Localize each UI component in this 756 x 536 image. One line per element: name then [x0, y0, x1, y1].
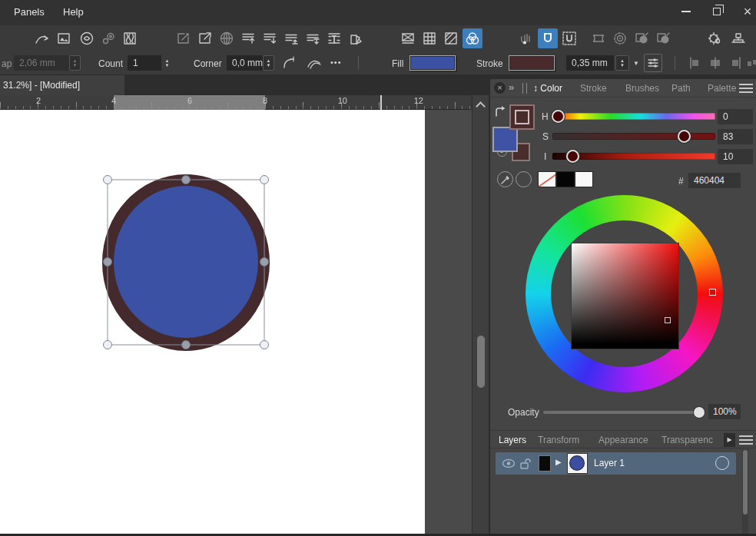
gears-icon[interactable]	[98, 28, 118, 48]
curve-pressure-icon[interactable]	[304, 53, 324, 73]
saturation-slider[interactable]	[552, 133, 715, 140]
scroll-up-icon[interactable]	[476, 101, 486, 111]
more-options-button[interactable]: •••	[330, 58, 342, 67]
layer-visibility-icon[interactable]	[502, 458, 516, 468]
fill-color-selector[interactable]	[492, 127, 518, 152]
tab-transparency[interactable]: Transparenc	[662, 431, 713, 449]
tab-palette[interactable]: Palette	[708, 79, 736, 98]
snap-hand-icon[interactable]	[516, 28, 536, 48]
handle-bottom-left[interactable]	[104, 341, 112, 349]
count-stepper[interactable]: ▲▼	[161, 55, 173, 71]
stroke-color-selector[interactable]	[509, 104, 535, 130]
tab-brushes[interactable]: Brushes	[625, 79, 659, 98]
gap-stepper[interactable]: ▲▼	[69, 55, 81, 71]
layer-select-circle[interactable]	[715, 456, 729, 470]
hatch-preview-icon[interactable]	[441, 28, 461, 48]
stroke-width-stepper[interactable]: ▲▼	[615, 55, 629, 71]
stroke-width-dropdown-icon[interactable]: ▼	[633, 60, 639, 67]
hue-slider-handle[interactable]	[552, 110, 565, 123]
scrollbar-thumb[interactable]	[477, 336, 485, 388]
handle-mid-left[interactable]	[104, 258, 112, 266]
hex-input[interactable]: 460404	[688, 173, 741, 188]
magnet-icon[interactable]	[538, 28, 558, 48]
flow-push-up-icon[interactable]	[281, 28, 301, 48]
tab-transform[interactable]: Transform	[538, 431, 579, 449]
tab-layers[interactable]: Layers	[499, 431, 526, 449]
opacity-value[interactable]: 100%	[708, 404, 741, 419]
flow-push-down-icon[interactable]	[303, 28, 323, 48]
stroke-width-input[interactable]: 0,35 mm	[566, 55, 614, 71]
tab-scroll-right-icon[interactable]: ▶	[724, 433, 735, 447]
color-blend-icon[interactable]	[463, 28, 482, 48]
shape-blend-b-icon[interactable]	[653, 28, 673, 48]
saturation-brightness-square[interactable]	[572, 243, 678, 349]
handle-bottom-mid[interactable]	[182, 341, 191, 349]
crop-image-icon[interactable]	[54, 28, 74, 48]
pattern-fill-icon[interactable]	[77, 28, 97, 48]
swatch-white[interactable]	[575, 171, 593, 187]
intensity-slider-handle[interactable]	[566, 150, 579, 163]
layers-scrollbar[interactable]	[742, 449, 748, 536]
corner-input[interactable]: 0,0 mm	[227, 55, 263, 71]
corner-curve-icon[interactable]	[280, 53, 300, 73]
gap-input[interactable]: 2,06 mm	[14, 55, 69, 71]
text-frame-icon[interactable]	[324, 28, 344, 48]
layer-row[interactable]: ▶ Layer 1	[496, 452, 736, 475]
web-grid-icon[interactable]	[217, 28, 237, 48]
canvas-vertical-scrollbar[interactable]	[472, 95, 489, 536]
tab-color[interactable]: ↕ Color	[533, 79, 562, 98]
shape-blend-a-icon[interactable]	[632, 28, 652, 48]
eyedropper-button[interactable]	[497, 171, 513, 187]
count-input[interactable]: 1	[128, 55, 161, 71]
intensity-value[interactable]: 10	[718, 149, 753, 164]
swap-colors-icon[interactable]	[495, 105, 509, 117]
picked-color-well[interactable]	[516, 171, 532, 187]
swatch-none[interactable]	[538, 171, 556, 187]
menu-help[interactable]: Help	[63, 6, 84, 18]
handle-top-mid[interactable]	[182, 176, 191, 184]
opacity-slider[interactable]	[543, 411, 701, 414]
layer-name[interactable]: Layer 1	[594, 458, 625, 468]
panel-drag-handle[interactable]	[522, 83, 527, 94]
panel-collapse-icon[interactable]: »	[509, 81, 514, 93]
layer-color-tag[interactable]	[539, 456, 550, 471]
handle-mid-right[interactable]	[260, 258, 269, 266]
selected-circle-shape[interactable]	[102, 174, 270, 351]
horizontal-ruler[interactable]: 2 4 6 8 10 12	[0, 95, 470, 110]
panel-close-icon[interactable]: ×	[494, 82, 506, 94]
align-center-icon[interactable]	[705, 53, 725, 73]
menu-panels[interactable]: Panels	[14, 6, 45, 18]
corner-tool-icon[interactable]	[32, 28, 52, 48]
snap-target-icon[interactable]	[610, 28, 630, 48]
close-button[interactable]: ×	[732, 0, 756, 23]
panel-menu-icon[interactable]	[739, 84, 753, 93]
layer-thumbnail[interactable]	[568, 454, 587, 473]
handle-bottom-right[interactable]	[260, 341, 269, 349]
hue-wheel-marker[interactable]	[709, 289, 716, 296]
canvas-pasteboard[interactable]	[0, 110, 472, 536]
flow-align-top-icon[interactable]	[238, 28, 258, 48]
settings-gear-icon[interactable]	[705, 28, 725, 48]
stroke-settings-icon[interactable]	[644, 54, 662, 72]
document-tab[interactable]: 31.2%] - [Modified]	[0, 75, 124, 95]
stroke-swatch[interactable]	[509, 55, 555, 71]
fill-swatch[interactable]	[410, 55, 456, 71]
tab-appearance[interactable]: Appearance	[598, 431, 648, 449]
layers-menu-icon[interactable]	[739, 435, 753, 445]
distort-frame-icon[interactable]	[589, 28, 608, 48]
align-outline-icon[interactable]	[742, 53, 756, 73]
swatch-fan-icon[interactable]	[346, 28, 366, 48]
opacity-slider-handle[interactable]	[694, 407, 705, 418]
restore-button[interactable]	[701, 0, 732, 23]
saturation-value[interactable]: 83	[718, 129, 753, 144]
minimize-button[interactable]	[671, 0, 701, 23]
tab-stroke[interactable]: Stroke	[580, 79, 607, 98]
magnet-selection-icon[interactable]	[559, 28, 579, 48]
saturation-slider-handle[interactable]	[678, 130, 691, 143]
edit-in-place-icon[interactable]	[174, 28, 194, 48]
handle-top-left[interactable]	[104, 176, 112, 184]
saturation-brightness-marker[interactable]	[665, 317, 671, 323]
layer-expand-icon[interactable]: ▶	[555, 458, 562, 466]
hue-value[interactable]: 0	[718, 109, 753, 124]
mesh-warp-icon[interactable]	[398, 28, 418, 48]
